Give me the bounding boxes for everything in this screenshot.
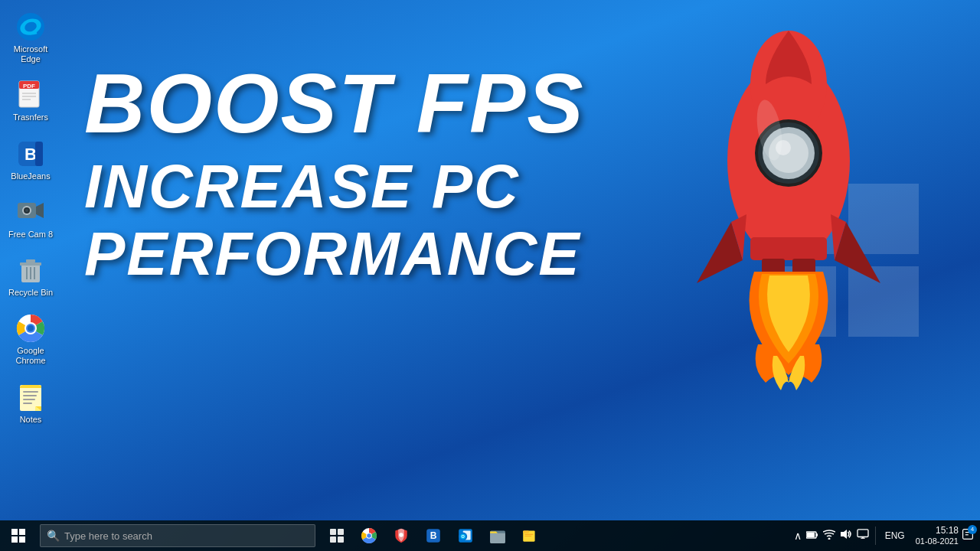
svg-rect-32 bbox=[23, 391, 38, 393]
taskbar-file-explorer[interactable] bbox=[482, 520, 513, 551]
notification-badge: 4 bbox=[968, 525, 977, 534]
svg-rect-53 bbox=[338, 536, 344, 543]
svg-text:PDF: PDF bbox=[23, 83, 35, 90]
recycle-bin-label: Recycle Bin bbox=[8, 288, 53, 298]
bluejeans-taskbar-icon: B bbox=[425, 527, 442, 544]
wifi-svg bbox=[823, 529, 835, 540]
search-placeholder-text: Type here to search bbox=[64, 530, 152, 542]
windows-logo-icon bbox=[11, 529, 25, 543]
task-view-button[interactable] bbox=[322, 520, 352, 551]
svg-rect-72 bbox=[807, 533, 815, 537]
chrome-taskbar-icon bbox=[361, 527, 377, 544]
increase-pc-title: INCREASE PC bbox=[84, 153, 585, 220]
taskbar-chrome[interactable] bbox=[354, 520, 384, 551]
tray-expand-icon[interactable]: ∧ bbox=[794, 530, 802, 542]
search-icon: 🔍 bbox=[47, 530, 60, 542]
svg-rect-42 bbox=[750, 237, 827, 260]
transfers-label: Trasnfers bbox=[13, 112, 48, 122]
microsoft-edge-icon bbox=[15, 11, 46, 42]
svg-marker-74 bbox=[841, 530, 847, 539]
svg-text:O: O bbox=[462, 534, 466, 539]
svg-rect-48 bbox=[11, 536, 18, 543]
task-view-icon bbox=[329, 528, 345, 543]
transfers-icon: PDF bbox=[15, 80, 46, 110]
taskbar-outlook[interactable]: O bbox=[450, 520, 481, 551]
svg-rect-15 bbox=[35, 142, 43, 166]
files-taskbar-icon bbox=[521, 527, 538, 544]
svg-rect-35 bbox=[23, 403, 32, 404]
svg-point-73 bbox=[828, 538, 830, 540]
svg-rect-22 bbox=[20, 262, 41, 266]
main-title-area: BOOST FPS INCREASE PC PERFORMANCE bbox=[84, 61, 585, 288]
svg-rect-50 bbox=[330, 529, 336, 535]
svg-rect-75 bbox=[858, 530, 868, 537]
svg-rect-33 bbox=[23, 395, 37, 396]
tray-divider bbox=[875, 527, 876, 545]
svg-rect-52 bbox=[330, 536, 336, 543]
taskbar: 🔍 Type here to search bbox=[0, 520, 980, 551]
clock-time: 15:18 bbox=[936, 525, 959, 536]
svg-rect-68 bbox=[524, 534, 533, 535]
taskbar-center-icons: B O bbox=[322, 520, 794, 551]
display-icon[interactable] bbox=[857, 529, 869, 542]
desktop-icon-google-chrome[interactable]: Google Chrome bbox=[0, 309, 61, 370]
notes-icon bbox=[15, 382, 46, 412]
language-indicator[interactable]: ENG bbox=[885, 530, 905, 541]
taskbar-shield[interactable] bbox=[386, 520, 416, 551]
battery-svg bbox=[806, 530, 818, 540]
google-chrome-label: Google Chrome bbox=[4, 346, 57, 366]
boost-fps-title: BOOST FPS bbox=[84, 61, 585, 145]
rocket-svg bbox=[635, 23, 942, 436]
svg-rect-23 bbox=[26, 259, 35, 262]
freecam-icon bbox=[15, 197, 46, 227]
clock-date: 01-08-2021 bbox=[916, 536, 959, 546]
svg-rect-46 bbox=[11, 529, 18, 535]
outlook-taskbar-icon: O bbox=[457, 527, 474, 544]
bluejeans-icon: B bbox=[15, 139, 46, 169]
svg-point-30 bbox=[28, 325, 34, 331]
bluejeans-label: BlueJeans bbox=[11, 171, 50, 181]
battery-icon[interactable] bbox=[806, 530, 818, 542]
volume-icon[interactable] bbox=[840, 529, 852, 542]
file-explorer-taskbar-icon bbox=[489, 527, 506, 544]
desktop-icons-column: Microsoft Edge PDF Trasnfers B bbox=[0, 0, 61, 436]
start-button[interactable] bbox=[0, 520, 37, 551]
taskbar-search[interactable]: 🔍 Type here to search bbox=[40, 524, 315, 547]
taskbar-files[interactable] bbox=[514, 520, 545, 551]
google-chrome-icon bbox=[15, 313, 46, 344]
svg-text:B: B bbox=[24, 145, 37, 164]
shield-taskbar-icon bbox=[393, 527, 410, 544]
svg-rect-49 bbox=[19, 536, 25, 543]
taskbar-system-tray: ∧ bbox=[794, 525, 980, 546]
volume-svg bbox=[840, 529, 852, 540]
desktop-icon-freecam[interactable]: Free Cam 8 bbox=[0, 193, 61, 243]
svg-point-56 bbox=[367, 533, 371, 538]
freecam-label: Free Cam 8 bbox=[8, 230, 53, 240]
wifi-icon[interactable] bbox=[823, 529, 835, 542]
desktop: Microsoft Edge PDF Trasnfers B bbox=[0, 0, 980, 520]
desktop-icon-notes[interactable]: Notes bbox=[0, 378, 61, 429]
svg-rect-69 bbox=[524, 536, 531, 536]
recycle-bin-icon bbox=[15, 255, 46, 285]
desktop-icon-microsoft-edge[interactable]: Microsoft Edge bbox=[0, 8, 61, 68]
desktop-icon-recycle-bin[interactable]: Recycle Bin bbox=[0, 251, 61, 302]
clock-area[interactable]: 15:18 01-08-2021 bbox=[916, 525, 959, 546]
notification-center-button[interactable]: 4 bbox=[962, 528, 974, 543]
svg-point-20 bbox=[25, 209, 28, 212]
svg-rect-71 bbox=[816, 533, 818, 536]
system-tray-icons: ∧ bbox=[794, 529, 869, 542]
svg-text:B: B bbox=[430, 530, 437, 541]
svg-marker-17 bbox=[36, 203, 44, 218]
microsoft-edge-label: Microsoft Edge bbox=[4, 44, 57, 64]
performance-title: PERFORMANCE bbox=[84, 220, 585, 288]
display-svg bbox=[857, 529, 869, 540]
taskbar-bluejeans[interactable]: B bbox=[418, 520, 449, 551]
desktop-icon-bluejeans[interactable]: B BlueJeans bbox=[0, 135, 61, 185]
notes-label: Notes bbox=[20, 415, 42, 425]
svg-rect-47 bbox=[19, 529, 25, 535]
desktop-icon-transfers[interactable]: PDF Trasnfers bbox=[0, 76, 61, 126]
rocket-illustration bbox=[635, 23, 942, 444]
svg-rect-34 bbox=[23, 399, 35, 400]
svg-point-57 bbox=[399, 533, 403, 537]
svg-rect-51 bbox=[338, 529, 344, 535]
